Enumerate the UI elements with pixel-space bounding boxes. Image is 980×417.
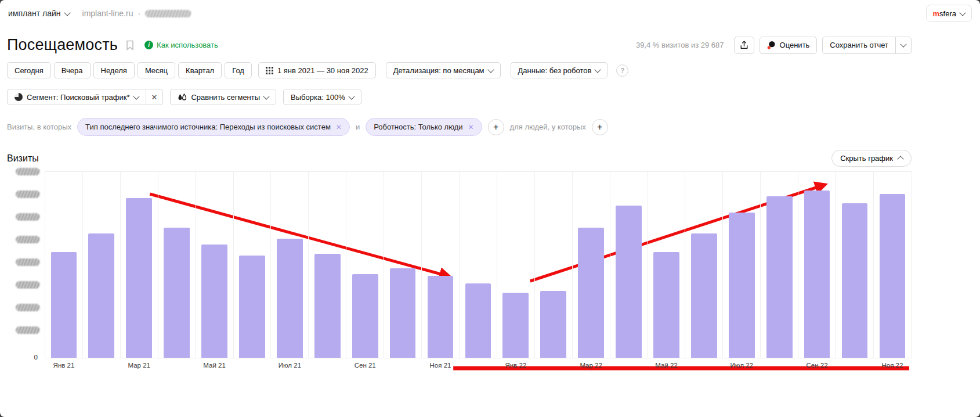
filter-chip-source[interactable]: Тип последнего значимого источника: Пере…: [77, 118, 350, 136]
period-quarter-button[interactable]: Квартал: [178, 62, 222, 78]
help-icon[interactable]: ?: [616, 64, 628, 77]
bar-slot: [760, 172, 798, 358]
bookmark-icon[interactable]: [126, 40, 134, 51]
redacted-y-tick: [16, 190, 40, 198]
export-button[interactable]: [734, 37, 754, 54]
visits-bar[interactable]: [842, 203, 868, 358]
add-people-filter-button[interactable]: +: [592, 119, 608, 135]
visits-bar[interactable]: [465, 283, 491, 358]
visits-bar[interactable]: [691, 233, 717, 358]
bar-slot: Мар 21: [120, 172, 158, 358]
counter-name: имплант лайн: [8, 9, 61, 18]
date-range-button[interactable]: 1 янв 2021 — 30 ноя 2022: [258, 62, 376, 78]
counter-switcher[interactable]: имплант лайн: [8, 9, 70, 18]
bar-slot: [836, 172, 873, 358]
bar-slot: [82, 172, 120, 358]
rate-button[interactable]: Оценить: [760, 37, 818, 54]
chevron-down-icon: [348, 93, 355, 99]
segment-dropdown[interactable]: Сегмент: Поисковый трафик*: [7, 89, 146, 105]
bar-slot: [610, 172, 648, 358]
close-icon[interactable]: ✕: [468, 123, 474, 131]
close-icon: ✕: [151, 93, 158, 102]
user-name-rest: sfera: [939, 9, 956, 18]
x-tick-label: Май 21: [203, 362, 226, 369]
redacted-y-tick: [16, 236, 40, 243]
bar-slot: Май 21: [196, 172, 233, 358]
sample-dropdown[interactable]: Выборка: 100%: [283, 89, 361, 105]
detail-label: Детализация: по месяцам: [393, 66, 484, 75]
visits-bar[interactable]: [51, 252, 77, 358]
add-visit-filter-button[interactable]: +: [488, 119, 504, 135]
visits-bar[interactable]: [729, 213, 755, 358]
bar-slot: Сен 21: [346, 172, 384, 358]
redacted-y-tick: [16, 304, 40, 311]
info-icon: i: [144, 41, 153, 49]
detail-dropdown[interactable]: Детализация: по месяцам: [386, 62, 501, 78]
save-report-button[interactable]: Сохранить отчет: [822, 37, 896, 54]
x-tick-label: Янв 22: [505, 362, 526, 369]
bar-slot: Янв 22: [497, 172, 534, 358]
sample-label: Выборка: 100%: [291, 93, 345, 102]
data-mode-label: Данные: без роботов: [518, 66, 592, 75]
visits-bar[interactable]: [201, 245, 227, 358]
bar-slot: Ноя 21: [421, 172, 459, 358]
date-range-label: 1 янв 2021 — 30 ноя 2022: [277, 66, 368, 75]
user-menu-button[interactable]: msfera: [926, 5, 972, 22]
period-month-button[interactable]: Месяц: [138, 62, 175, 78]
visits-bar[interactable]: [653, 252, 679, 358]
redacted-counter-id: [145, 10, 191, 17]
how-to-use-link[interactable]: i Как использовать: [144, 41, 218, 49]
compare-segments-dropdown[interactable]: Сравнить сегменты: [170, 89, 276, 105]
period-today-button[interactable]: Сегодня: [7, 62, 51, 78]
visits-bar[interactable]: [126, 198, 152, 358]
visits-bar[interactable]: [88, 233, 114, 358]
visits-bar[interactable]: [804, 190, 830, 358]
visits-bar[interactable]: [578, 228, 604, 358]
period-toolbar: Сегодня Вчера Неделя Месяц Квартал Год 1…: [7, 62, 912, 78]
filters-row: Визиты, в которых Тип последнего значимо…: [7, 118, 912, 136]
data-mode-dropdown[interactable]: Данные: без роботов: [511, 62, 608, 78]
chevron-down-icon: [595, 66, 601, 73]
visits-bar[interactable]: [277, 239, 303, 358]
compare-segments-label: Сравнить сегменты: [191, 93, 260, 102]
segment-clear-button[interactable]: ✕: [146, 89, 164, 105]
segment-toolbar: Сегмент: Поисковый трафик* ✕ Сравнить се…: [7, 89, 912, 105]
save-report-label: Сохранить отчет: [830, 41, 888, 49]
period-yesterday-button[interactable]: Вчера: [54, 62, 91, 78]
visits-bar[interactable]: [428, 276, 454, 358]
separator-dot: ·: [138, 9, 140, 18]
period-year-button[interactable]: Год: [225, 62, 252, 78]
bar-slot: Ноя 22: [873, 172, 912, 358]
filter-chip-robots[interactable]: Роботность: Только люди ✕: [366, 118, 482, 136]
report-header: Посещаемость i Как использовать 39,4 % в…: [7, 36, 912, 54]
site-domain: implant-line.ru: [82, 9, 133, 18]
filter-chip-source-label: Тип последнего значимого источника: Пере…: [85, 123, 331, 131]
bar-slot: Май 22: [648, 172, 685, 358]
redacted-y-tick: [16, 326, 40, 334]
calendar-grid-icon: [266, 67, 273, 74]
close-icon[interactable]: ✕: [336, 123, 342, 131]
hide-chart-label: Скрыть график: [840, 154, 893, 163]
bar-slot: [158, 172, 196, 358]
visits-bar[interactable]: [880, 194, 906, 358]
hide-chart-button[interactable]: Скрыть график: [831, 150, 912, 167]
save-report-dropdown-button[interactable]: [895, 37, 912, 54]
visits-bar[interactable]: [390, 268, 416, 358]
visits-share-stats: 39,4 % визитов из 29 687: [636, 41, 724, 49]
visits-bar[interactable]: [352, 274, 378, 358]
for-people-label: для людей, у которых: [510, 123, 586, 131]
visits-bar[interactable]: [314, 254, 341, 358]
redacted-y-tick: [16, 258, 40, 266]
visits-bar[interactable]: [164, 228, 190, 358]
period-week-button[interactable]: Неделя: [93, 62, 135, 78]
visits-bar[interactable]: [616, 206, 642, 358]
export-icon: [740, 41, 748, 49]
y-axis: 0: [7, 171, 45, 357]
x-tick-label: Сен 22: [807, 362, 828, 369]
redacted-y-tick: [16, 213, 40, 221]
visits-in-label: Визиты, в которых: [7, 123, 71, 131]
visits-bar[interactable]: [540, 291, 566, 358]
visits-bar[interactable]: [239, 256, 265, 358]
visits-bar[interactable]: [502, 293, 529, 358]
visits-bar[interactable]: [766, 196, 793, 358]
